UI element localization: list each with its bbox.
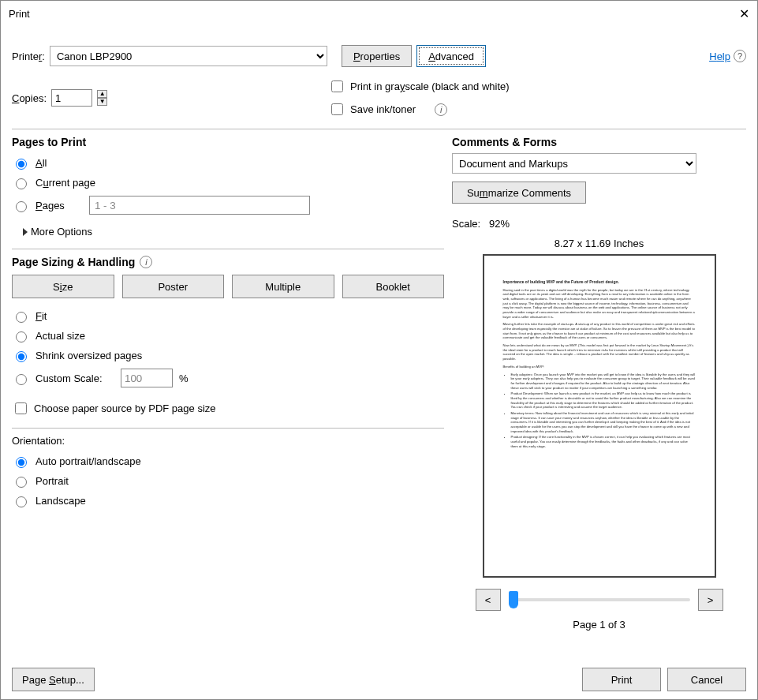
slider-thumb-icon[interactable] [509,591,518,608]
printer-label: Printer: [12,51,45,62]
radio-fit-label: Fit [35,310,47,322]
cancel-button[interactable]: Cancel [667,668,746,691]
poster-tab[interactable]: Poster [122,275,225,298]
radio-actual-label: Actual size [35,330,85,342]
radio-auto-orient-label: Auto portrait/landscape [35,455,141,467]
preview-dimensions: 8.27 x 11.69 Inches [554,238,644,249]
scale-label: Scale: [452,218,480,230]
radio-auto-orient[interactable] [16,457,27,468]
page-preview: Importance of building MVP and the Futur… [483,254,716,578]
grayscale-label: Print in grayscale (black and white) [350,80,510,92]
spinner-down-icon[interactable]: ▼ [97,98,107,106]
size-tab[interactable]: Size [12,275,114,298]
page-setup-button[interactable]: Page Setup... [12,668,95,691]
booklet-tab[interactable]: Booklet [342,275,445,298]
scale-value: 92% [489,218,510,230]
title-bar: Print ✕ [1,1,757,26]
info-icon[interactable]: i [435,103,447,116]
preview-prev-button[interactable]: < [476,589,501,611]
triangle-right-icon [23,228,28,236]
radio-actual[interactable] [16,331,27,343]
radio-current[interactable] [16,178,27,189]
saveink-label: Save ink/toner [350,103,416,115]
comments-select[interactable]: Document and Markups [452,153,696,174]
saveink-checkbox[interactable] [331,103,343,115]
radio-shrink[interactable] [16,351,27,362]
radio-portrait[interactable] [16,477,27,488]
radio-shrink-label: Shrink oversized pages [35,350,142,361]
orientation-title: Orientation: [12,435,444,447]
radio-custom[interactable] [16,374,27,385]
copies-input[interactable] [51,89,92,107]
spinner-up-icon[interactable]: ▲ [97,90,107,98]
grayscale-checkbox[interactable] [331,80,343,92]
pages-range-input[interactable] [89,196,310,215]
print-button[interactable]: Print [582,668,661,691]
copies-label: Copies: [12,92,47,104]
window-title: Print [9,8,30,20]
radio-pages-label: Pages [35,200,83,211]
close-icon[interactable]: ✕ [739,6,749,21]
comments-title: Comments & Forms [452,136,746,148]
info-icon[interactable]: i [140,256,152,268]
help-link[interactable]: Help [709,51,730,62]
radio-fit[interactable] [16,312,27,323]
printer-select[interactable]: Canon LBP2900 [50,46,327,66]
sizing-title: Page Sizing & Handling [12,256,135,268]
radio-all[interactable] [16,159,27,170]
pages-to-print-title: Pages to Print [12,136,444,148]
help-icon[interactable]: ? [734,50,746,62]
choose-paper-source-checkbox[interactable] [15,402,27,414]
more-options-toggle[interactable]: More Options [23,226,444,238]
radio-custom-label: Custom Scale: [35,372,114,384]
radio-all-label: All [35,157,47,169]
page-indicator: Page 1 of 3 [573,619,625,631]
custom-scale-input[interactable] [121,369,173,387]
radio-landscape[interactable] [16,496,27,507]
summarize-comments-button[interactable]: Summarize Comments [452,182,586,204]
radio-current-label: Current page [35,177,95,189]
choose-paper-source-label: Choose paper source by PDF page size [34,402,216,414]
multiple-tab[interactable]: Multiple [232,275,334,298]
print-dialog: Print ✕ Printer: Canon LBP2900 Propertie… [0,0,758,700]
preview-next-button[interactable]: > [698,589,723,611]
radio-landscape-label: Landscape [35,495,86,507]
properties-button[interactable]: Properties [342,45,412,67]
radio-pages[interactable] [16,201,27,212]
radio-portrait-label: Portrait [35,475,69,487]
copies-spinner[interactable]: ▲ ▼ [97,90,107,106]
preview-slider[interactable] [509,598,690,601]
advanced-button[interactable]: Advanced [416,45,486,67]
